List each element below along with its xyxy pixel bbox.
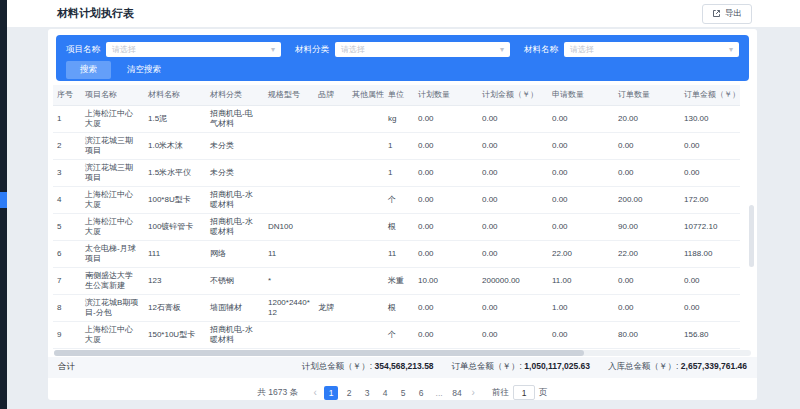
page-button-6[interactable]: 6 <box>414 386 428 400</box>
table-cell: 12石膏板 <box>144 294 206 321</box>
material-category-label: 材料分类 <box>295 44 329 56</box>
sidebar-expand-handle[interactable] <box>0 192 7 208</box>
column-header: 单位 <box>384 85 414 105</box>
table-cell: 2 <box>53 132 81 159</box>
table-cell: 11.00 <box>548 267 614 294</box>
table-cell: 0.00 <box>414 213 478 240</box>
search-button[interactable]: 搜索 <box>66 61 111 79</box>
table-row: 3滨江花城三期项目1.5米水平仪未分类10.000.000.000.000.00 <box>53 159 740 186</box>
table-row: 7南侧盛达大学生公寓新建123不锈钢*米重10.00200000.0011.00… <box>53 267 740 294</box>
table-cell: 200000.00 <box>478 267 548 294</box>
column-header: 序号 <box>53 85 81 105</box>
table-cell: 156.80 <box>680 321 740 348</box>
inbound-total: 入库总金额（￥）: 2,657,339,761.46 <box>608 361 747 373</box>
export-button[interactable]: 导出 <box>702 4 752 24</box>
project-name-select[interactable]: 请选择 ▾ <box>106 42 281 57</box>
material-category-select[interactable]: 请选择 ▾ <box>335 42 510 57</box>
table-cell: 根 <box>384 213 414 240</box>
filter-group-category: 材料分类 请选择 ▾ <box>295 42 510 57</box>
vertical-scrollbar-thumb[interactable] <box>749 205 754 267</box>
column-header: 材料名称 <box>144 85 206 105</box>
table-cell: 滨江花城三期项目 <box>81 132 144 159</box>
table-row: 1上海松江中心大厦1.5泥招商机电-电气材料kg0.000.000.0020.0… <box>53 105 740 132</box>
page-button-3[interactable]: 3 <box>360 386 374 400</box>
table-cell: 0.00 <box>478 321 548 348</box>
table-cell: 0.00 <box>680 267 740 294</box>
table-cell: 4 <box>53 186 81 213</box>
chevron-down-icon: ▾ <box>729 46 733 54</box>
table-cell: 150*10U型卡 <box>144 321 206 348</box>
totals-label: 合计 <box>58 361 75 373</box>
planned-total-label: 计划总金额（￥）: <box>302 361 372 371</box>
table-cell: 0.00 <box>478 132 548 159</box>
page-buttons: 123456...84 <box>324 386 464 400</box>
table-cell <box>314 213 348 240</box>
table-cell: 1 <box>384 159 414 186</box>
table-cell <box>314 267 348 294</box>
table-cell: 招商机电-水暖材料 <box>206 186 264 213</box>
column-header: 材料分类 <box>206 85 264 105</box>
table-cell: 0.00 <box>478 213 548 240</box>
page-button-2[interactable]: 2 <box>342 386 356 400</box>
goto-page-input[interactable] <box>513 385 535 400</box>
clear-search-link[interactable]: 清空搜索 <box>127 64 161 76</box>
prev-page-button[interactable]: ‹ <box>308 386 322 400</box>
inbound-total-value: 2,657,339,761.46 <box>681 361 747 371</box>
vertical-scrollbar[interactable] <box>749 107 754 347</box>
table-cell: 0.00 <box>414 159 478 186</box>
table-cell: 100*8U型卡 <box>144 186 206 213</box>
column-header: 计划数量 <box>414 85 478 105</box>
next-page-button[interactable]: › <box>466 386 480 400</box>
column-header: 订单数量 <box>614 85 680 105</box>
table-cell: 0.00 <box>414 132 478 159</box>
collapsed-sidebar[interactable] <box>0 0 7 409</box>
planned-total-value: 354,568,213.58 <box>375 361 434 371</box>
table-cell: 11 <box>264 240 314 267</box>
column-header: 项目名称 <box>81 85 144 105</box>
table-cell: 9 <box>53 321 81 348</box>
table-cell: * <box>264 267 314 294</box>
table-row: 4上海松江中心大厦100*8U型卡招商机电-水暖材料个0.000.000.002… <box>53 186 740 213</box>
table-cell <box>314 159 348 186</box>
table-cell: 111 <box>144 240 206 267</box>
chevron-down-icon: ▾ <box>500 46 504 54</box>
planned-total: 计划总金额（￥）: 354,568,213.58 <box>302 361 434 373</box>
table-cell: 0.00 <box>548 186 614 213</box>
table-cell: DN100 <box>264 213 314 240</box>
table-cell: 0.00 <box>478 105 548 132</box>
select-placeholder: 请选择 <box>341 44 500 55</box>
table-cell: 0.00 <box>548 105 614 132</box>
material-name-select[interactable]: 请选择 ▾ <box>564 42 739 57</box>
page-button-84[interactable]: 84 <box>450 386 464 400</box>
table-cell: 南侧盛达大学生公寓新建 <box>81 267 144 294</box>
table-cell: 个 <box>384 321 414 348</box>
screen: 材料计划执行表 导出 项目名称 请选择 ▾ <box>0 0 800 409</box>
totals-row: 合计 计划总金额（￥）: 354,568,213.58 订单总金额（￥）: 1,… <box>48 357 757 378</box>
select-placeholder: 请选择 <box>570 44 729 55</box>
table-row: 6太仓电梯-月球项目111网络11110.000.0022.0022.00118… <box>53 240 740 267</box>
horizontal-scrollbar-thumb[interactable] <box>54 350 584 356</box>
table-cell: 0.00 <box>680 159 740 186</box>
table-cell: 0.00 <box>414 321 478 348</box>
table-cell <box>348 267 384 294</box>
page-title: 材料计划执行表 <box>57 6 134 21</box>
table-cell: 不锈钢 <box>206 267 264 294</box>
column-header: 申请数量 <box>548 85 614 105</box>
inbound-total-label: 入库总金额（￥）: <box>608 361 678 371</box>
filter-panel: 项目名称 请选择 ▾ 材料分类 请选择 ▾ 材料名称 请选 <box>56 35 749 81</box>
page-button-4[interactable]: 4 <box>378 386 392 400</box>
table-cell <box>348 186 384 213</box>
page-button-1[interactable]: 1 <box>324 386 338 400</box>
table-cell <box>348 105 384 132</box>
table-cell: 1 <box>384 132 414 159</box>
page-button-5[interactable]: 5 <box>396 386 410 400</box>
table-cell: 0.00 <box>414 186 478 213</box>
order-total-value: 1,050,117,025.63 <box>524 361 590 371</box>
table-cell <box>314 105 348 132</box>
table-cell: 0.00 <box>548 321 614 348</box>
pagination: 共 1673 条 ‹ 123456...84 › 前往 页 <box>48 381 757 401</box>
horizontal-scrollbar[interactable] <box>54 350 751 356</box>
table-row: 5上海松江中心大厦100镀锌管卡招商机电-水暖材料DN100根0.000.000… <box>53 213 740 240</box>
content-card: 项目名称 请选择 ▾ 材料分类 请选择 ▾ 材料名称 请选 <box>48 29 757 400</box>
table-cell: 1188.00 <box>680 240 740 267</box>
